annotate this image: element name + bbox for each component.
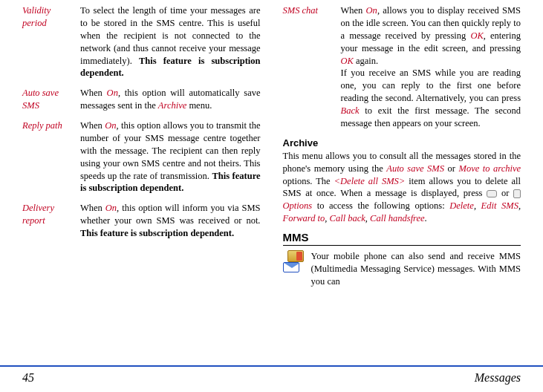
page-footer: 45 Messages <box>0 365 543 385</box>
text: , <box>474 200 481 211</box>
text-bold: This feature is subscription dependent. <box>80 228 234 238</box>
option-delete: Delete <box>449 200 474 211</box>
text: When <box>80 120 105 131</box>
option-move-to-archive: Move to archive <box>458 163 521 174</box>
term-delivery-report: Delivery report <box>22 202 73 240</box>
text: , <box>518 200 521 211</box>
term-reply-path: Reply path <box>22 120 73 195</box>
text: or <box>497 188 513 198</box>
option-auto-save-sms: Auto save SMS <box>386 163 444 174</box>
heading-mms: MMS <box>283 231 521 246</box>
term-sms-chat: SMS chat <box>283 4 334 130</box>
text: . <box>425 213 427 223</box>
mms-body: Your mobile phone can also send and rece… <box>311 250 521 288</box>
desc-validity-period: To select the length of time your messag… <box>80 4 261 79</box>
ok-key-icon <box>487 190 497 197</box>
archive-body: This menu allows you to consult all the … <box>283 150 521 225</box>
text: or <box>444 163 458 174</box>
entry-auto-save-sms: Auto save SMS When On, this option will … <box>22 87 261 112</box>
entry-delivery-report: Delivery report When On, this option wil… <box>22 202 261 240</box>
text: When <box>341 5 366 16</box>
text: to access the following options: <box>312 200 449 211</box>
key-ok: OK <box>470 30 483 41</box>
section-title: Messages <box>475 371 521 385</box>
mms-icon <box>283 250 305 272</box>
menu-archive: Archive <box>158 100 186 111</box>
term-auto-save-sms: Auto save SMS <box>22 87 73 112</box>
softkey-options: Options <box>283 200 313 211</box>
text: to exit the first message. The second me… <box>341 105 521 128</box>
entry-reply-path: Reply path When On, this option allows y… <box>22 120 261 195</box>
option-on: On <box>105 120 116 131</box>
option-forward-to: Forward to <box>283 213 325 223</box>
heading-archive: Archive <box>283 137 521 148</box>
softkey-icon <box>513 189 521 198</box>
option-call-handsfree: Call handsfree <box>370 213 425 223</box>
option-call-back: Call back <box>330 213 365 223</box>
entry-validity-period: Validity period To select the length of … <box>22 4 261 79</box>
key-back: Back <box>341 105 360 116</box>
left-column: Validity period To select the length of … <box>22 4 261 288</box>
text: When <box>80 88 107 98</box>
option-on: On <box>366 5 377 16</box>
option-on: On <box>105 203 117 213</box>
content-columns: Validity period To select the length of … <box>22 4 521 288</box>
desc-sms-chat: When On, allows you to display received … <box>341 4 521 130</box>
key-ok: OK <box>341 56 354 66</box>
term-validity-period: Validity period <box>22 4 73 79</box>
text: If you receive an SMS while you are read… <box>341 68 521 103</box>
option-delete-all-sms: <Delete all SMS> <box>334 176 406 186</box>
desc-reply-path: When On, this option allows you to trans… <box>80 120 261 195</box>
desc-delivery-report: When On, this option will inform you via… <box>80 202 261 240</box>
text: menu. <box>186 100 212 111</box>
option-on: On <box>107 88 118 98</box>
right-column: SMS chat When On, allows you to display … <box>283 4 521 288</box>
option-edit-sms: Edit SMS <box>481 200 518 211</box>
text: options. The <box>283 176 334 186</box>
text: again. <box>354 56 378 66</box>
desc-auto-save-sms: When On, this option will automatically … <box>80 87 261 112</box>
page: Validity period To select the length of … <box>0 0 543 392</box>
entry-sms-chat: SMS chat When On, allows you to display … <box>283 4 521 130</box>
text: When <box>80 203 105 213</box>
mms-row: Your mobile phone can also send and rece… <box>283 250 521 288</box>
page-number: 45 <box>22 371 34 385</box>
